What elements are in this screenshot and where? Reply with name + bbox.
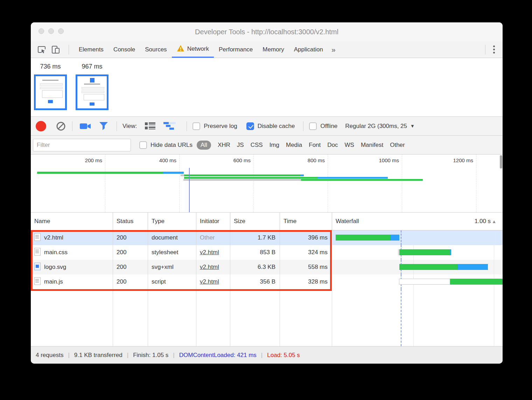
initiator-link[interactable]: v2.html [200,264,219,270]
overview-bar-logo.svg [184,177,318,179]
table-filler-row [31,289,503,346]
overview-timeline[interactable]: 200 ms400 ms600 ms800 ms1000 ms1200 ms [31,155,503,213]
filmstrip-thumbnail[interactable] [34,74,67,110]
tab-network[interactable]: Network [172,41,214,58]
load-time: Load: 5.05 s [267,352,300,359]
waterfall-gridline [494,289,494,346]
preserve-log-checkbox[interactable] [192,122,200,130]
column-header-type[interactable]: Type [148,213,196,230]
filter-type-all[interactable]: All [197,141,211,150]
request-row-main.js[interactable]: main.js200scriptv2.html356 B328 ms [31,274,503,289]
hide-data-urls-label: Hide data URLs [150,142,192,149]
device-toolbar-icon[interactable] [50,44,62,56]
overview-tick-label: 1200 ms [437,157,473,163]
filler-cell [31,289,113,346]
tab-sources[interactable]: Sources [140,41,172,58]
capture-screenshots-icon[interactable] [79,122,91,130]
column-header-initiator[interactable]: Initiator [196,213,230,230]
tab-label: Console [113,46,135,53]
initiator-cell: Other [196,230,230,245]
request-row-logo.svg[interactable]: logo.svg200svg+xmlv2.html6.3 KB558 ms [31,260,503,274]
more-panels-icon[interactable]: » [331,45,336,54]
column-header-time[interactable]: Time [280,213,332,230]
overview-bar-v2.html [163,172,184,174]
request-name-cell[interactable]: v2.html [31,230,113,245]
filter-type-media[interactable]: Media [286,142,302,149]
filter-type-js[interactable]: JS [237,142,244,149]
waterfall-bar-blue [457,264,488,270]
overview-tick-label: 200 ms [66,157,102,163]
record-button[interactable] [36,121,46,131]
filter-type-xhr[interactable]: XHR [218,142,230,149]
filter-type-ws[interactable]: WS [345,142,354,149]
column-header-waterfall[interactable]: Waterfall 1.00 s▲ [332,213,503,230]
waterfall-bar-blue [390,235,399,241]
filter-type-font[interactable]: Font [309,142,321,149]
overview-gridline [105,155,105,212]
overview-bar-main.css [184,174,300,176]
filter-type-css[interactable]: CSS [251,142,263,149]
request-name-cell[interactable]: logo.svg [31,260,113,274]
divider [485,45,485,55]
offline-checkbox[interactable] [309,122,317,130]
filter-input[interactable] [33,139,131,151]
waterfall-scale: 1.00 s▲ [475,213,496,230]
time-cell: 558 ms [280,260,332,274]
dom-content-loaded-time: DOMContentLoaded: 421 ms [179,352,257,359]
settings-kebab-icon[interactable] [490,45,498,53]
tabbar-right [480,41,498,58]
filter-type-img[interactable]: Img [270,142,279,149]
network-toolbar: View: Preserve log Disable cache Offline… [31,117,503,136]
large-rows-view-icon[interactable] [145,122,156,131]
offline-label: Offline [320,123,337,130]
filmstrip-thumbnail[interactable] [76,74,108,110]
filler-cell [332,289,503,346]
column-header-name[interactable]: Name [31,213,113,230]
requests-table: Name Status Type Initiator Size Time Wat… [31,213,503,346]
hide-data-urls-checkbox[interactable] [139,141,147,149]
filter-type-doc[interactable]: Doc [327,142,338,149]
sort-ascending-icon: ▲ [492,219,496,224]
tab-label: Sources [145,46,167,53]
request-row-v2.html[interactable]: v2.html200documentOther1.7 KB396 ms [31,230,503,245]
filter-funnel-icon[interactable] [99,122,108,130]
show-overview-view-icon[interactable] [163,122,177,131]
filmstrip-time-label: 967 ms [76,63,108,70]
request-name-cell[interactable]: main.css [31,245,113,260]
overview-tick-label: 800 ms [288,157,325,163]
overview-gridline [402,155,402,212]
time-cell: 396 ms [280,230,332,245]
inspect-element-icon[interactable] [36,44,48,56]
throttling-dropdown[interactable]: Regular 2G (300ms, 25 [345,123,407,130]
disable-cache-label: Disable cache [258,123,295,130]
column-header-status[interactable]: Status [113,213,148,230]
tab-memory[interactable]: Memory [258,41,289,58]
time-cell: 328 ms [280,274,332,289]
tab-application[interactable]: Application [289,41,328,58]
initiator-link[interactable]: v2.html [200,278,219,285]
request-name: logo.svg [44,264,66,270]
waterfall-gridline [494,245,494,260]
request-row-main.css[interactable]: main.css200stylesheetv2.html853 B324 ms [31,245,503,260]
initiator-link[interactable]: v2.html [200,249,219,256]
tab-console[interactable]: Console [108,41,140,58]
filter-type-manifest[interactable]: Manifest [361,142,383,149]
caret-down-icon: ▼ [410,123,415,129]
filter-type-other[interactable]: Other [390,142,405,149]
disable-cache-checkbox[interactable] [246,122,254,130]
scrollbar-thumb[interactable] [500,155,502,169]
clear-icon[interactable] [56,121,66,131]
request-name-cell[interactable]: main.js [31,274,113,289]
tab-elements[interactable]: Elements [74,41,108,58]
tab-label: Memory [262,46,284,53]
waterfall-gridline [494,260,494,274]
column-header-size[interactable]: Size [230,213,280,230]
title-bar: Developer Tools - http://localhost:3000/… [31,22,503,41]
type-cell: script [148,274,196,289]
tab-performance[interactable]: Performance [214,41,258,58]
image-file-icon [34,263,41,270]
document-file-icon [34,248,41,256]
table-header: Name Status Type Initiator Size Time Wat… [31,213,503,230]
tab-label: Network [187,45,209,52]
dom-content-loaded-line [401,230,401,245]
